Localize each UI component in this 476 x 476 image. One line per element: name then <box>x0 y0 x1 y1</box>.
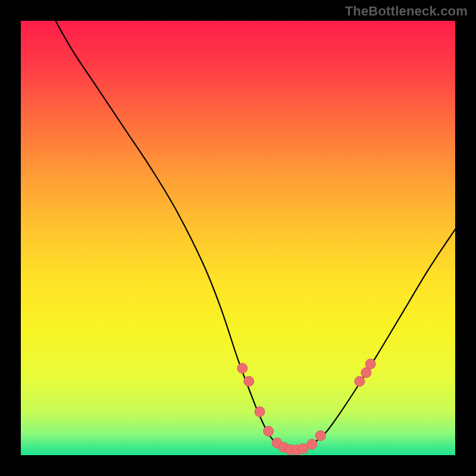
highlight-dot <box>244 376 254 386</box>
highlight-dot <box>355 376 365 386</box>
highlight-dot <box>255 407 265 417</box>
highlight-dot <box>264 426 274 436</box>
watermark-text: TheBottleneck.com <box>345 4 468 19</box>
highlight-dot <box>237 364 248 374</box>
highlight-dot <box>365 359 375 369</box>
gradient-background <box>21 21 455 455</box>
highlight-dot <box>307 439 317 449</box>
plot-area <box>21 21 455 455</box>
highlight-dot <box>315 431 325 441</box>
chart-frame: TheBottleneck.com <box>0 0 476 476</box>
bottleneck-chart <box>21 21 455 455</box>
